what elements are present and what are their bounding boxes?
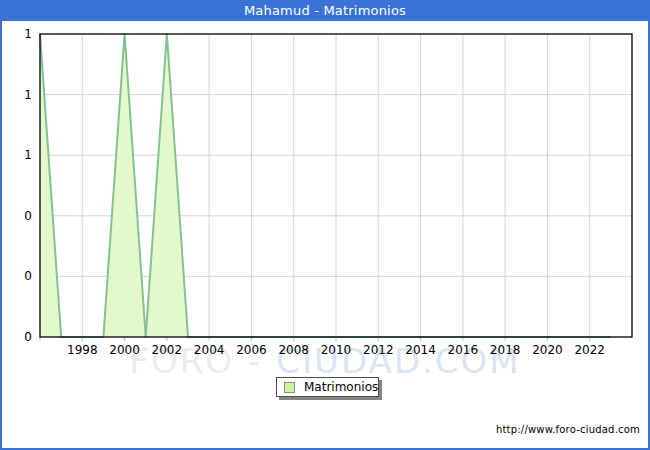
y-tick-label: 0 [24,330,32,344]
chart-window: Mahamud - Matrimonios FORO-CIUDAD.COM 00… [0,0,650,450]
y-tick-label: 0 [24,269,32,283]
matrimonios-legend-swatch [284,382,295,393]
y-tick-label: 0 [24,209,32,223]
x-tick-label: 1998 [67,343,98,357]
matrimonios-legend-label: Matrimonios [304,380,378,395]
x-tick-label: 2008 [278,343,309,357]
page-title: Mahamud - Matrimonios [244,3,406,18]
x-tick-label: 2012 [363,343,394,357]
x-tick-label: 2016 [448,343,479,357]
title-bar: Mahamud - Matrimonios [0,0,650,21]
site-url: http://www.foro-ciudad.com [496,424,640,435]
y-tick-label: 1 [24,148,32,162]
x-tick-label: 2022 [574,343,605,357]
matrimonios-area [40,34,611,337]
y-tick-label: 1 [24,88,32,102]
x-tick-label: 2006 [236,343,267,357]
x-tick-label: 2014 [405,343,436,357]
x-tick-label: 2000 [109,343,140,357]
x-tick-label: 2010 [321,343,352,357]
x-tick-label: 2004 [194,343,225,357]
y-tick-label: 1 [24,27,32,41]
x-tick-label: 2018 [490,343,521,357]
x-tick-label: 2020 [532,343,563,357]
legend-box: Matrimonios [276,377,379,397]
x-tick-label: 2002 [152,343,183,357]
